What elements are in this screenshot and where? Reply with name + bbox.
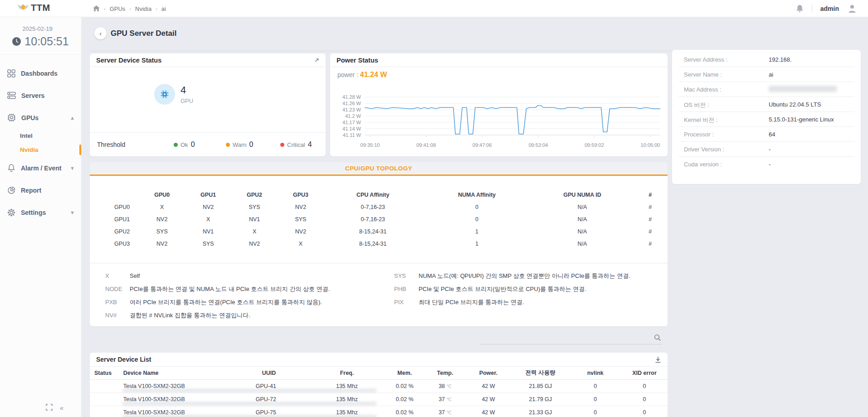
logo-text: TTM <box>31 3 50 13</box>
legend-term: NODE <box>90 286 130 292</box>
info-row: Server Address :192.168. <box>672 52 861 67</box>
server-device-status-card: Server Device Status ↗ 4 GPU Threshold O… <box>90 53 326 156</box>
topology-cell: X <box>185 213 231 225</box>
logo-mark-icon <box>17 4 29 12</box>
device-row[interactable]: Tesla V100-SXM2-32GBGPU-72135 Mhz0.02 %3… <box>90 393 668 406</box>
breadcrumb-separator: › <box>104 6 106 11</box>
sidebar-menu: Dashboards Servers GPUs ▲ Intel Nvidia <box>0 55 81 223</box>
topology-cell: NV2 <box>185 201 231 213</box>
home-icon[interactable] <box>93 5 100 12</box>
topology-col-header: GPU1 <box>185 189 231 201</box>
user-name[interactable]: admin <box>820 5 839 12</box>
sidebar-item-gpus[interactable]: GPUs ▲ <box>0 107 81 129</box>
topology-cell: X <box>139 201 185 213</box>
info-value: Ubuntu 22.04.5 LTS <box>769 101 821 108</box>
clock-icon <box>12 37 21 46</box>
breadcrumb-item-ai[interactable]: ai <box>161 5 166 12</box>
report-pie-icon <box>7 186 15 194</box>
gpu-chip-badge-icon <box>154 84 175 105</box>
device-name-cell: Tesla V100-SXM2-32GB <box>119 406 229 417</box>
sidebar-item-nvidia[interactable]: Nvidia <box>0 143 81 157</box>
topology-col-header: CPU Affinity <box>324 189 422 201</box>
info-value: 192.168. <box>769 56 792 63</box>
topology-cell: N/A <box>532 238 633 250</box>
info-row: Processor :64 <box>672 127 861 142</box>
fullscreen-icon[interactable] <box>46 404 53 412</box>
topology-cell: 8-15,24-31 <box>324 225 422 238</box>
device-search <box>480 333 662 344</box>
info-row: Driver Version :- <box>672 142 861 157</box>
topology-cell: SYS <box>231 201 278 213</box>
topology-col-header: GPU3 <box>278 189 324 201</box>
topology-title: CPU/GPU TOPOLOGY <box>90 162 668 176</box>
info-row: OS 버전 :Ubuntu 22.04.5 LTS <box>672 97 861 112</box>
sidebar-item-intel[interactable]: Intel <box>0 129 81 143</box>
topology-cell: GPU1 <box>90 213 139 225</box>
threshold-row: Threshold Ok0Warn0Critical4 <box>90 132 326 156</box>
topology-cell: X <box>231 225 278 238</box>
sidebar-item-report[interactable]: Report <box>0 179 81 201</box>
legend-row: NODEPCIe를 통과하는 연결 및 NUMA 노드 내 PCIe 호스트 브… <box>90 282 379 296</box>
breadcrumb-item-nvidia[interactable]: Nvidia <box>135 5 151 12</box>
topology-cell: NV2 <box>278 201 324 213</box>
collapse-sidebar-icon[interactable]: « <box>60 404 63 412</box>
device-table: StatusDevice NameUUIDFreq.Mem.Temp.Power… <box>90 367 668 417</box>
device-col-header: XID error <box>621 367 668 379</box>
clock-box: 2025-02-19 10:05:51 <box>0 17 81 55</box>
dashboards-grid-icon <box>7 69 15 78</box>
info-value: - <box>769 161 770 168</box>
y-tick-label: 41.2 W <box>345 113 361 119</box>
expand-link-icon[interactable]: ↗ <box>314 57 319 63</box>
celsius-unit: ℃ <box>447 410 452 415</box>
legend-desc: NUMA 노드(예: QPI/UPI) 간의 SMP 상호 연결뿐만 아니라 P… <box>419 272 630 280</box>
topology-cell: NV1 <box>185 225 231 238</box>
legend-term: PHB <box>379 286 419 292</box>
info-label: OS 버전 : <box>684 101 709 109</box>
notification-bell-icon[interactable] <box>796 5 804 13</box>
info-row: Mac Address : <box>672 82 861 97</box>
info-value: ai <box>769 71 773 78</box>
user-avatar-icon[interactable] <box>847 4 857 14</box>
device-mem-cell: 0.02 % <box>385 406 425 417</box>
device-name-cell: Tesla V100-SXM2-32GB <box>119 379 229 393</box>
topology-cell: X <box>278 238 324 250</box>
app-logo[interactable]: TTM <box>17 3 50 13</box>
sidebar-time: 10:05:51 <box>5 35 77 48</box>
device-row[interactable]: Tesla V100-SXM2-32GBGPU-75135 Mhz0.02 %3… <box>90 406 668 417</box>
device-col-header: Device Name <box>119 367 229 379</box>
sidebar-item-servers[interactable]: Servers <box>0 84 81 107</box>
device-row[interactable]: Tesla V100-SXM2-32GBGPU-41135 Mhz0.02 %3… <box>90 379 668 393</box>
search-icon[interactable] <box>654 334 661 341</box>
topology-cell: # <box>633 201 668 213</box>
device-header-row: StatusDevice NameUUIDFreq.Mem.Temp.Power… <box>90 367 668 379</box>
device-mem-cell: 0.02 % <box>385 379 425 393</box>
device-uuid-cell: GPU-75 <box>229 406 309 417</box>
topology-row: GPU2SYSNV1XNV28-15,24-311N/A# <box>90 225 668 238</box>
x-tick-label: 09:53:04 <box>528 142 548 148</box>
gpu-chip-icon <box>7 113 16 122</box>
sidebar-item-settings[interactable]: Settings ▼ <box>0 201 81 223</box>
sidebar-item-alarm-event[interactable]: Alarm / Event ▼ <box>0 157 81 179</box>
topbar-divider <box>812 5 812 13</box>
back-button[interactable]: ‹ <box>94 27 107 39</box>
alarm-bell-icon <box>7 164 15 172</box>
sidebar-item-dashboards[interactable]: Dashboards <box>0 62 81 84</box>
threshold-name: Warn <box>233 141 247 148</box>
power-status-card: Power Status power : 41.24 W 41.28 W41.2… <box>330 53 668 156</box>
threshold-dot <box>280 143 284 147</box>
info-row: Kernel 버전 :5.15.0-131-generic Linux <box>672 112 861 127</box>
breadcrumb-item-gpus[interactable]: GPUs <box>110 5 126 12</box>
topology-card: CPU/GPU TOPOLOGY GPU0GPU1GPU2GPU3CPU Aff… <box>90 162 668 326</box>
y-tick-label: 41.14 W <box>342 126 361 131</box>
topbar: TTM › GPUs › Nvidia › ai admin <box>0 0 868 17</box>
info-value: 64 <box>769 131 775 138</box>
page-title: GPU Server Detail <box>111 29 177 38</box>
search-input[interactable] <box>480 333 649 344</box>
topology-cell: N/A <box>532 213 633 225</box>
topology-row: GPU1NV2XNV1SYS0-7,16-230N/A# <box>90 213 668 225</box>
download-icon[interactable] <box>655 356 661 363</box>
topology-cell: GPU2 <box>90 225 139 238</box>
power-value: 41.24 W <box>360 71 387 78</box>
threshold-ok: Ok0 <box>174 141 195 149</box>
legend-desc: PCIe를 통과하는 연결 및 NUMA 노드 내 PCIe 호스트 브리지 간… <box>130 285 330 293</box>
